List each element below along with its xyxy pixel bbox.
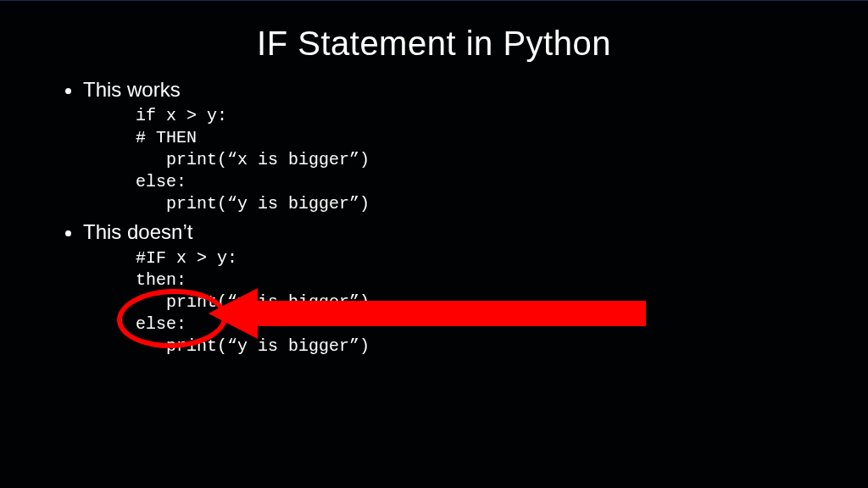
slide: IF Statement in Python This works if x >… (0, 0, 868, 488)
page-title: IF Statement in Python (59, 25, 809, 63)
bullet-doesnt: This doesn’t (83, 220, 809, 244)
code-block-works: if x > y: # THEN print(“x is bigger”) el… (59, 105, 809, 215)
bullet-works: This works (83, 78, 809, 102)
bullet-list: This doesn’t (59, 220, 809, 244)
code-block-doesnt: #IF x > y: then: print(“x is bigger”) el… (59, 247, 809, 358)
bullet-list: This works (59, 78, 809, 102)
